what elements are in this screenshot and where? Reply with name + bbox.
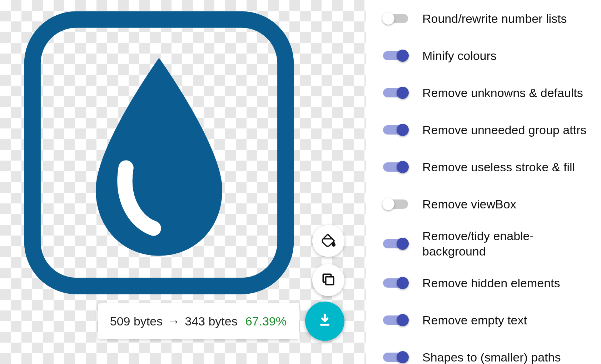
size-status-text: 509 bytes → 343 bytes 67.39% bbox=[98, 303, 299, 339]
size-status-bar: 509 bytes → 343 bytes 67.39% bbox=[98, 303, 344, 339]
option-row: Remove/tidy enable-background bbox=[383, 223, 587, 264]
option-row: Remove hidden elements bbox=[383, 264, 587, 302]
option-row: Remove useless stroke & fill bbox=[383, 148, 587, 186]
option-toggle[interactable] bbox=[383, 199, 408, 209]
option-label: Remove unknowns & defaults bbox=[422, 85, 587, 101]
options-sidebar[interactable]: Round/rewrite number listsMinify colours… bbox=[366, 0, 601, 364]
option-row: Round/rewrite number lists bbox=[383, 0, 587, 37]
percent-saved: 67.39% bbox=[245, 314, 287, 328]
option-toggle[interactable] bbox=[383, 353, 408, 362]
copy-icon bbox=[321, 272, 336, 289]
option-toggle[interactable] bbox=[383, 278, 408, 288]
option-toggle[interactable] bbox=[383, 239, 408, 248]
option-row: Minify colours bbox=[383, 37, 587, 74]
option-toggle[interactable] bbox=[383, 14, 408, 23]
arrow-right-icon: → bbox=[168, 314, 180, 328]
copy-markup-button[interactable] bbox=[312, 264, 344, 296]
option-label: Shapes to (smaller) paths bbox=[422, 350, 587, 364]
download-icon bbox=[317, 313, 333, 330]
option-row: Remove unknowns & defaults bbox=[383, 74, 587, 111]
option-toggle[interactable] bbox=[383, 315, 408, 325]
svg-preview bbox=[21, 6, 297, 299]
option-label: Round/rewrite number lists bbox=[422, 11, 587, 26]
option-label: Remove viewBox bbox=[422, 197, 587, 212]
background-fill-button[interactable] bbox=[312, 225, 344, 257]
svg-rect-2 bbox=[320, 324, 329, 326]
download-button[interactable] bbox=[305, 302, 344, 341]
before-size: 509 bytes bbox=[110, 314, 163, 328]
svg-rect-1 bbox=[326, 277, 334, 285]
option-row: Shapes to (smaller) paths bbox=[383, 339, 587, 364]
option-toggle[interactable] bbox=[383, 162, 408, 172]
option-label: Remove hidden elements bbox=[422, 275, 587, 291]
option-label: Remove empty text bbox=[422, 313, 587, 328]
option-toggle[interactable] bbox=[383, 125, 408, 135]
option-toggle[interactable] bbox=[383, 51, 408, 60]
after-size: 343 bytes bbox=[185, 314, 237, 328]
option-toggle[interactable] bbox=[383, 88, 408, 97]
paint-bucket-icon bbox=[321, 232, 336, 249]
option-row: Remove viewBox bbox=[383, 186, 587, 223]
water-drop-icon bbox=[21, 6, 297, 299]
option-label: Minify colours bbox=[422, 48, 587, 64]
option-label: Remove useless stroke & fill bbox=[422, 160, 587, 175]
option-label: Remove/tidy enable-background bbox=[422, 228, 587, 259]
option-row: Remove empty text bbox=[383, 302, 587, 339]
preview-canvas[interactable]: 509 bytes → 343 bytes 67.39% bbox=[0, 0, 366, 364]
option-row: Remove unneeded group attrs bbox=[383, 111, 587, 148]
option-label: Remove unneeded group attrs bbox=[422, 122, 587, 138]
